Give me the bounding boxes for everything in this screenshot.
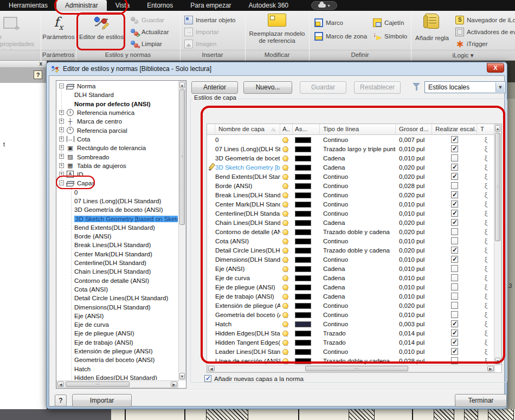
line-type-cell[interactable]: Cadena — [320, 266, 396, 272]
group-label-parametros[interactable]: Parámetros ▾ — [41, 51, 76, 60]
tree-item[interactable]: +Cota — [57, 135, 178, 144]
lightbulb-icon[interactable] — [282, 257, 288, 263]
scale-checkbox[interactable] — [451, 293, 458, 300]
tree-vertical-scrollbar[interactable]: ▲ ▼ — [178, 81, 186, 380]
color-swatch[interactable] — [295, 266, 311, 272]
line-type-cell[interactable]: Continuo — [320, 183, 396, 189]
tree-item[interactable]: Norma por defecto (ANSI) — [57, 100, 178, 108]
line-weight-cell[interactable]: 0,020 pul — [396, 164, 432, 171]
line-type-cell[interactable]: Continuo — [320, 302, 396, 309]
table-row[interactable]: 0Continuo0,007 pulξ — [207, 135, 495, 144]
table-row[interactable]: Center Mark(DLH StandContinuo0,010 pulξ — [207, 199, 495, 209]
lightbulb-icon[interactable] — [282, 156, 288, 161]
color-swatch[interactable] — [295, 349, 311, 355]
close-button[interactable]: X — [487, 63, 504, 73]
scale-checkbox[interactable] — [451, 339, 458, 346]
line-weight-cell[interactable]: 0,020 pul — [396, 302, 432, 309]
expand-icon[interactable]: + — [59, 110, 64, 115]
color-swatch[interactable] — [295, 202, 311, 208]
tree-item[interactable]: Contorno de detalle (ANSI) — [57, 276, 178, 285]
cajetin-button[interactable]: Cajetín — [373, 17, 404, 28]
tree-item[interactable]: +Referencia numérica — [57, 108, 178, 117]
filter-icon[interactable] — [412, 82, 421, 92]
line-weight-cell[interactable]: 0,003 pul — [396, 321, 432, 327]
line-weight-cell[interactable]: 0,014 pul — [396, 339, 432, 346]
help-button[interactable]: ? — [55, 395, 67, 406]
line-type-cell[interactable]: Cadena — [320, 275, 396, 281]
tab-entornos[interactable]: Entornos — [138, 0, 182, 11]
table-vertical-scrollbar[interactable]: ▲ ▼ — [494, 124, 501, 365]
scale-checkbox[interactable] — [451, 237, 458, 244]
lightbulb-icon[interactable] — [282, 211, 288, 217]
color-swatch[interactable] — [295, 137, 311, 143]
line-type-cell[interactable]: Trazado doble y cadena — [320, 229, 396, 235]
tree-item[interactable]: Eje de trabajo (ANSI) — [57, 338, 178, 347]
importar-button[interactable]: Importar — [72, 394, 132, 407]
line-weight-cell[interactable]: 0,010 pul — [396, 284, 432, 290]
color-swatch[interactable] — [295, 238, 311, 244]
add-new-layers-checkbox[interactable]: Añadir nuevas capas a la norma — [204, 375, 304, 382]
table-row[interactable]: Eje de pliegue (ANSI)Cadena0,010 pulξ — [207, 282, 495, 292]
tree-item[interactable]: 3D Geometría de boceto (ANSI) — [57, 205, 178, 214]
tree-item[interactable]: Dimensions(DLH Standard) — [57, 302, 178, 311]
table-row[interactable]: Centerline(DLH StandarContinuo0,010 pulξ — [207, 209, 495, 218]
limpiar-estilos-button[interactable]: ×Limpiar — [130, 38, 162, 49]
color-swatch[interactable] — [295, 340, 311, 346]
lightbulb-icon[interactable] — [282, 266, 288, 272]
color-swatch[interactable] — [295, 294, 311, 300]
color-swatch[interactable] — [295, 312, 311, 318]
lightbulb-icon[interactable] — [282, 248, 288, 254]
lightbulb-icon[interactable] — [282, 146, 288, 152]
line-type-cell[interactable]: Cadena — [320, 164, 396, 171]
tab-herramientas[interactable]: Herramientas — [0, 0, 56, 11]
line-weight-cell[interactable]: 0,010 pul — [396, 348, 432, 355]
scale-checkbox[interactable] — [451, 302, 458, 309]
line-weight-cell[interactable]: 0,010 pul — [396, 210, 432, 217]
tab-administrar[interactable]: Administrar — [56, 0, 107, 11]
column-header-tipo[interactable]: Tipo de línea — [320, 124, 396, 134]
color-swatch[interactable] — [295, 303, 311, 309]
table-row[interactable]: Contorno de detalle (ANTrazado doble y c… — [207, 227, 495, 236]
tree-item[interactable]: Detail Circle Lines(DLH Standard) — [57, 294, 178, 302]
line-weight-cell[interactable]: 0,007 pul — [396, 137, 432, 143]
tree-item[interactable]: Eje de curva — [57, 320, 178, 329]
reemplazar-modelo-button[interactable]: Reemplazar modelode referencia — [247, 11, 307, 50]
expand-icon[interactable]: + — [59, 154, 64, 159]
line-weight-cell[interactable]: 0,010 pul — [396, 201, 432, 208]
scale-checkbox[interactable] — [451, 136, 458, 143]
tree-item[interactable]: 0 — [57, 188, 178, 197]
tree-item[interactable]: Borde (ANSI) — [57, 232, 178, 241]
expand-icon[interactable]: + — [59, 127, 64, 132]
tree-item[interactable]: −Norma — [57, 82, 178, 91]
line-type-cell[interactable]: Cadena — [320, 155, 396, 161]
line-type-cell[interactable]: Continuo — [320, 348, 396, 355]
scale-checkbox[interactable] — [451, 348, 458, 355]
tree-horizontal-scrollbar[interactable]: ◀ ▶ — [56, 380, 178, 388]
lightbulb-icon[interactable] — [282, 321, 288, 327]
collapse-icon[interactable]: − — [59, 83, 64, 88]
line-weight-cell[interactable]: 0,020 pul — [396, 247, 432, 254]
lightbulb-icon[interactable] — [282, 303, 288, 309]
expand-icon[interactable]: + — [59, 163, 64, 168]
scale-checkbox[interactable] — [451, 182, 458, 189]
color-swatch[interactable] — [295, 174, 311, 180]
table-row[interactable]: Chain Lines(DLH StandaCadena0,020 pulξ — [207, 218, 495, 227]
line-type-cell[interactable]: Continuo — [320, 137, 396, 143]
line-weight-cell[interactable]: 0,020 pul — [396, 219, 432, 226]
anadir-regla-button[interactable]: Añadir regla — [414, 11, 450, 50]
tree-item[interactable]: +▣Rectángulo de tolerancia — [57, 144, 178, 152]
line-weight-cell[interactable]: 0,014 pul — [396, 330, 432, 337]
table-row[interactable]: 3D Geometría de bocetCadena0,010 pulξ — [207, 153, 495, 163]
lightbulb-icon[interactable] — [282, 358, 288, 364]
line-type-cell[interactable]: Cadena — [320, 284, 396, 290]
scale-checkbox[interactable] — [451, 219, 458, 226]
line-type-cell[interactable]: Trazado doble y cadena — [320, 358, 396, 364]
autodesk360-cloud-button[interactable]: ▾ — [311, 1, 337, 10]
table-row[interactable]: Bend Extents(DLH StanContinuo0,020 pulξ — [207, 172, 495, 181]
scale-checkbox[interactable] — [451, 154, 458, 161]
expand-icon[interactable]: + — [59, 145, 64, 150]
tree-item[interactable]: 07 Lines (Long)(DLH Standard) — [57, 197, 178, 205]
scale-checkbox[interactable] — [451, 191, 458, 198]
table-row[interactable]: Línea de sección (ANSI)Trazado doble y c… — [207, 356, 495, 365]
scale-checkbox[interactable] — [451, 201, 458, 208]
